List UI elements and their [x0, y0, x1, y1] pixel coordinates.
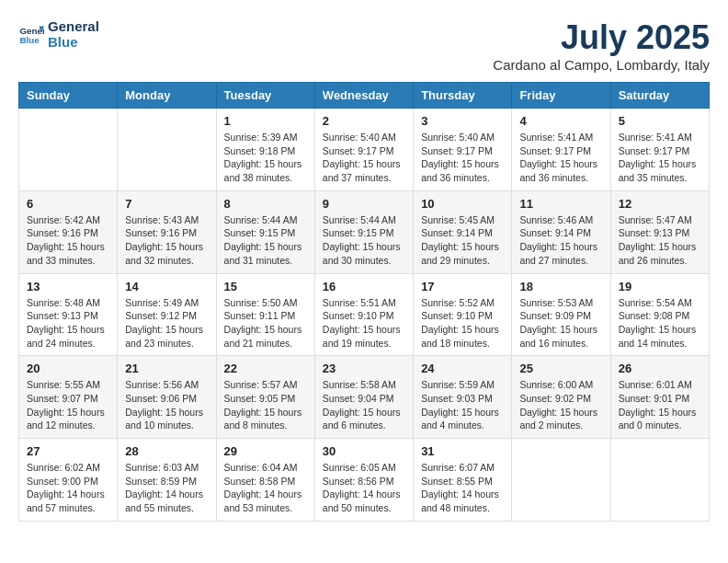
logo-icon: General Blue — [18, 21, 44, 47]
day-number: 18 — [519, 280, 602, 293]
day-info: Sunrise: 6:02 AMSunset: 9:00 PMDaylight:… — [27, 461, 109, 515]
day-number: 3 — [421, 114, 504, 128]
day-number: 23 — [323, 362, 405, 375]
day-info: Sunrise: 5:39 AMSunset: 9:18 PMDaylight:… — [224, 131, 307, 185]
calendar-header-saturday: Saturday — [610, 83, 709, 109]
calendar-cell: 14Sunrise: 5:49 AMSunset: 9:12 PMDayligh… — [118, 273, 216, 356]
day-info: Sunrise: 5:53 AMSunset: 9:09 PMDaylight:… — [519, 296, 602, 350]
day-info: Sunrise: 5:41 AMSunset: 9:17 PMDaylight:… — [519, 131, 602, 185]
day-number: 8 — [224, 197, 307, 211]
day-number: 24 — [421, 362, 504, 375]
calendar-week-2: 6Sunrise: 5:42 AMSunset: 9:16 PMDaylight… — [19, 190, 710, 273]
calendar-cell: 3Sunrise: 5:40 AMSunset: 9:17 PMDaylight… — [414, 109, 512, 191]
calendar-cell — [19, 109, 118, 191]
day-info: Sunrise: 5:52 AMSunset: 9:10 PMDaylight:… — [421, 296, 504, 350]
day-info: Sunrise: 5:43 AMSunset: 9:16 PMDaylight:… — [125, 213, 208, 268]
day-info: Sunrise: 5:54 AMSunset: 9:08 PMDaylight:… — [619, 296, 701, 350]
day-number: 4 — [519, 114, 602, 128]
calendar-cell: 7Sunrise: 5:43 AMSunset: 9:16 PMDaylight… — [118, 190, 216, 273]
calendar-header-sunday: Sunday — [19, 83, 118, 109]
day-info: Sunrise: 5:46 AMSunset: 9:14 PMDaylight:… — [519, 213, 602, 268]
title-block: July 2025 Cardano al Campo, Lombardy, It… — [493, 18, 710, 73]
day-number: 14 — [125, 280, 208, 293]
calendar-header-row: SundayMondayTuesdayWednesdayThursdayFrid… — [19, 83, 710, 109]
day-number: 7 — [125, 197, 208, 211]
calendar-cell — [512, 439, 610, 522]
day-info: Sunrise: 6:07 AMSunset: 8:55 PMDaylight:… — [421, 461, 504, 515]
day-number: 26 — [619, 362, 701, 375]
calendar-header-monday: Monday — [118, 83, 216, 109]
day-number: 17 — [421, 280, 504, 293]
day-info: Sunrise: 6:03 AMSunset: 8:59 PMDaylight:… — [125, 461, 208, 515]
day-info: Sunrise: 5:59 AMSunset: 9:03 PMDaylight:… — [421, 378, 504, 432]
day-number: 21 — [125, 362, 208, 375]
calendar-week-3: 13Sunrise: 5:48 AMSunset: 9:13 PMDayligh… — [19, 273, 710, 356]
calendar-cell: 17Sunrise: 5:52 AMSunset: 9:10 PMDayligh… — [414, 273, 512, 356]
calendar-cell: 29Sunrise: 6:04 AMSunset: 8:58 PMDayligh… — [216, 439, 314, 522]
calendar-cell: 12Sunrise: 5:47 AMSunset: 9:13 PMDayligh… — [610, 190, 709, 273]
calendar-cell: 8Sunrise: 5:44 AMSunset: 9:15 PMDaylight… — [216, 190, 314, 273]
day-info: Sunrise: 5:41 AMSunset: 9:17 PMDaylight:… — [619, 131, 701, 185]
calendar-header-tuesday: Tuesday — [216, 83, 314, 109]
calendar-cell: 31Sunrise: 6:07 AMSunset: 8:55 PMDayligh… — [414, 439, 512, 522]
calendar-cell: 9Sunrise: 5:44 AMSunset: 9:15 PMDaylight… — [314, 190, 413, 273]
calendar-cell: 4Sunrise: 5:41 AMSunset: 9:17 PMDaylight… — [512, 109, 610, 191]
day-number: 11 — [519, 197, 602, 211]
calendar-cell: 22Sunrise: 5:57 AMSunset: 9:05 PMDayligh… — [216, 356, 314, 439]
day-number: 22 — [224, 362, 307, 375]
day-info: Sunrise: 5:51 AMSunset: 9:10 PMDaylight:… — [323, 296, 405, 350]
calendar-cell — [610, 439, 709, 522]
day-info: Sunrise: 5:58 AMSunset: 9:04 PMDaylight:… — [323, 378, 405, 432]
calendar-cell: 2Sunrise: 5:40 AMSunset: 9:17 PMDaylight… — [314, 109, 413, 191]
day-number: 5 — [619, 114, 701, 128]
day-number: 12 — [619, 197, 701, 211]
day-info: Sunrise: 5:49 AMSunset: 9:12 PMDaylight:… — [125, 296, 208, 350]
calendar-cell: 6Sunrise: 5:42 AMSunset: 9:16 PMDaylight… — [19, 190, 118, 273]
calendar-cell — [118, 109, 216, 191]
calendar-cell: 19Sunrise: 5:54 AMSunset: 9:08 PMDayligh… — [610, 273, 709, 356]
day-info: Sunrise: 6:01 AMSunset: 9:01 PMDaylight:… — [619, 378, 701, 432]
calendar-body: 1Sunrise: 5:39 AMSunset: 9:18 PMDaylight… — [19, 109, 710, 522]
calendar-cell: 18Sunrise: 5:53 AMSunset: 9:09 PMDayligh… — [512, 273, 610, 356]
calendar-cell: 27Sunrise: 6:02 AMSunset: 9:00 PMDayligh… — [19, 439, 118, 522]
day-info: Sunrise: 5:45 AMSunset: 9:14 PMDaylight:… — [421, 213, 504, 268]
day-info: Sunrise: 5:55 AMSunset: 9:07 PMDaylight:… — [27, 378, 109, 432]
day-number: 6 — [27, 197, 109, 211]
calendar-cell: 20Sunrise: 5:55 AMSunset: 9:07 PMDayligh… — [19, 356, 118, 439]
day-info: Sunrise: 5:44 AMSunset: 9:15 PMDaylight:… — [323, 213, 405, 268]
calendar-cell: 1Sunrise: 5:39 AMSunset: 9:18 PMDaylight… — [216, 109, 314, 191]
logo-line1: General — [48, 18, 99, 34]
calendar-cell: 13Sunrise: 5:48 AMSunset: 9:13 PMDayligh… — [19, 273, 118, 356]
day-info: Sunrise: 6:05 AMSunset: 8:56 PMDaylight:… — [323, 461, 405, 515]
month-title: July 2025 — [493, 18, 710, 57]
calendar-cell: 15Sunrise: 5:50 AMSunset: 9:11 PMDayligh… — [216, 273, 314, 356]
day-number: 1 — [224, 114, 307, 128]
day-number: 30 — [323, 444, 405, 458]
calendar-table: SundayMondayTuesdayWednesdayThursdayFrid… — [18, 82, 710, 522]
day-info: Sunrise: 5:40 AMSunset: 9:17 PMDaylight:… — [421, 131, 504, 185]
calendar-week-5: 27Sunrise: 6:02 AMSunset: 9:00 PMDayligh… — [19, 439, 710, 522]
day-number: 2 — [323, 114, 405, 128]
day-info: Sunrise: 5:57 AMSunset: 9:05 PMDaylight:… — [224, 378, 307, 432]
day-info: Sunrise: 5:47 AMSunset: 9:13 PMDaylight:… — [619, 213, 701, 268]
calendar-cell: 21Sunrise: 5:56 AMSunset: 9:06 PMDayligh… — [118, 356, 216, 439]
calendar-cell: 10Sunrise: 5:45 AMSunset: 9:14 PMDayligh… — [414, 190, 512, 273]
day-info: Sunrise: 6:04 AMSunset: 8:58 PMDaylight:… — [224, 461, 307, 515]
calendar-cell: 26Sunrise: 6:01 AMSunset: 9:01 PMDayligh… — [610, 356, 709, 439]
calendar-cell: 24Sunrise: 5:59 AMSunset: 9:03 PMDayligh… — [414, 356, 512, 439]
calendar-cell: 11Sunrise: 5:46 AMSunset: 9:14 PMDayligh… — [512, 190, 610, 273]
day-info: Sunrise: 6:00 AMSunset: 9:02 PMDaylight:… — [519, 378, 602, 432]
location-subtitle: Cardano al Campo, Lombardy, Italy — [493, 57, 710, 73]
day-info: Sunrise: 5:40 AMSunset: 9:17 PMDaylight:… — [323, 131, 405, 185]
day-number: 16 — [323, 280, 405, 293]
calendar-header-thursday: Thursday — [414, 83, 512, 109]
day-number: 25 — [519, 362, 602, 375]
calendar-week-1: 1Sunrise: 5:39 AMSunset: 9:18 PMDaylight… — [19, 109, 710, 191]
day-number: 31 — [421, 444, 504, 458]
day-number: 29 — [224, 444, 307, 458]
day-info: Sunrise: 5:56 AMSunset: 9:06 PMDaylight:… — [125, 378, 208, 432]
day-number: 28 — [125, 444, 208, 458]
day-number: 20 — [27, 362, 109, 375]
logo: General Blue General Blue — [18, 18, 99, 50]
calendar-cell: 23Sunrise: 5:58 AMSunset: 9:04 PMDayligh… — [314, 356, 413, 439]
